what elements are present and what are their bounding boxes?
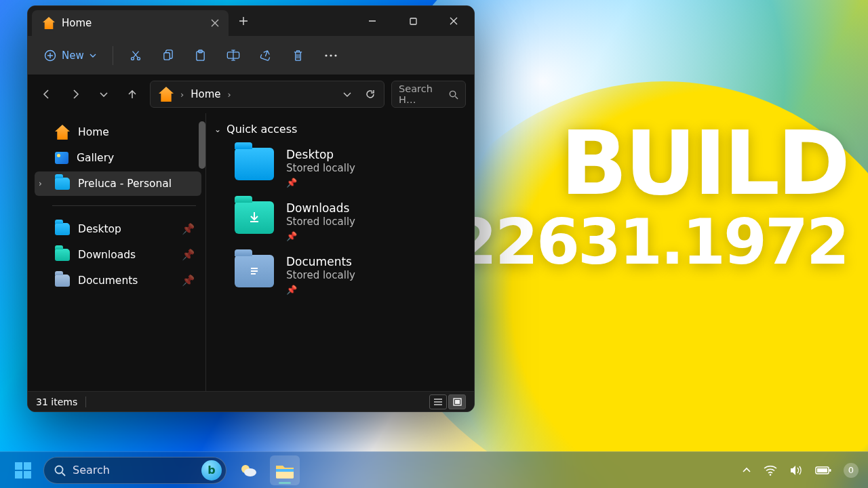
home-icon	[159, 87, 174, 102]
svg-point-9	[330, 54, 332, 56]
item-desktop[interactable]: Desktop Stored locally 📌	[206, 141, 470, 195]
address-bar-row: › Home › Search H…	[28, 75, 474, 113]
large-icons-view-button[interactable]	[448, 394, 466, 409]
svg-rect-0	[410, 18, 416, 24]
item-subtitle: Stored locally	[286, 216, 355, 228]
folder-icon	[55, 249, 70, 261]
share-button[interactable]	[252, 43, 280, 68]
taskbar-search-label: Search	[73, 464, 110, 476]
taskbar-weather[interactable]	[233, 455, 263, 485]
wifi-icon[interactable]	[764, 465, 777, 476]
pin-icon: 📌	[286, 285, 355, 295]
item-documents[interactable]: Documents Stored locally 📌	[206, 248, 470, 302]
recent-locations-button[interactable]	[93, 83, 115, 105]
expand-icon[interactable]: ›	[39, 179, 42, 188]
group-header-quick-access[interactable]: ⌄ Quick access	[206, 120, 470, 141]
sidebar-item-desktop[interactable]: Desktop 📌	[35, 217, 201, 241]
back-button[interactable]	[36, 83, 58, 105]
svg-point-10	[334, 54, 336, 56]
titlebar: Home	[28, 6, 474, 36]
more-button[interactable]	[317, 43, 345, 68]
svg-point-16	[244, 468, 256, 476]
pin-icon: 📌	[286, 178, 355, 188]
refresh-button[interactable]	[365, 89, 376, 100]
svg-point-8	[325, 54, 327, 56]
pin-icon: 📌	[182, 249, 195, 261]
window-close-button[interactable]	[433, 6, 474, 36]
folder-icon	[235, 201, 274, 234]
maximize-button[interactable]	[393, 6, 433, 36]
breadcrumb-separator: ›	[180, 89, 184, 100]
start-button[interactable]	[9, 457, 37, 484]
pin-icon: 📌	[182, 274, 195, 287]
copy-icon	[162, 49, 174, 61]
navigation-pane: Home Gallery › Preluca - Personal Deskto…	[28, 113, 205, 391]
new-tab-button[interactable]	[229, 6, 258, 36]
sidebar-item-downloads[interactable]: Downloads 📌	[35, 243, 201, 267]
overlay-line2: 22631.1972	[454, 206, 848, 279]
scissors-icon	[130, 49, 142, 62]
share-icon	[260, 49, 272, 61]
system-tray: 0	[742, 463, 859, 478]
tab-close-button[interactable]	[211, 19, 219, 27]
bing-icon: b	[201, 460, 222, 481]
battery-icon[interactable]	[815, 466, 831, 475]
weather-icon	[239, 462, 258, 479]
details-view-button[interactable]	[429, 394, 447, 409]
status-separator	[85, 396, 86, 407]
sidebar-item-label: Preluca - Personal	[78, 178, 172, 190]
taskbar-search[interactable]: Search b	[43, 457, 226, 484]
cut-button[interactable]	[121, 43, 150, 68]
folder-icon	[55, 223, 70, 235]
breadcrumb-location[interactable]: Home	[191, 88, 220, 100]
new-button[interactable]: New	[36, 45, 104, 66]
breadcrumb-separator: ›	[228, 89, 231, 100]
rename-button[interactable]	[219, 43, 248, 68]
copy-button[interactable]	[154, 43, 182, 68]
delete-button[interactable]	[284, 43, 313, 68]
svg-rect-17	[276, 469, 294, 472]
overlay-build-label: BUILD 22631.1972	[454, 122, 848, 279]
address-bar[interactable]: › Home ›	[150, 81, 384, 108]
sidebar-item-personal[interactable]: › Preluca - Personal	[35, 171, 201, 196]
taskbar-file-explorer[interactable]	[270, 455, 300, 485]
svg-rect-21	[829, 469, 831, 472]
minimize-button[interactable]	[352, 6, 393, 36]
svg-point-14	[56, 466, 63, 473]
gallery-icon	[55, 152, 68, 164]
volume-icon[interactable]	[789, 465, 803, 476]
home-icon	[55, 125, 70, 140]
item-name: Desktop	[286, 148, 355, 162]
svg-rect-20	[817, 468, 827, 472]
sidebar-item-home[interactable]: Home	[35, 120, 201, 144]
item-name: Documents	[286, 255, 355, 269]
tab-home[interactable]: Home	[32, 10, 229, 36]
plus-circle-icon	[44, 49, 56, 62]
forward-button[interactable]	[64, 83, 86, 105]
ellipsis-icon	[324, 54, 338, 58]
windows-logo-icon	[15, 462, 31, 479]
svg-point-2	[131, 57, 134, 60]
sidebar-item-documents[interactable]: Documents 📌	[35, 268, 201, 293]
search-icon	[448, 89, 458, 100]
item-downloads[interactable]: Downloads Stored locally 📌	[206, 195, 470, 248]
toolbar-separator	[113, 46, 113, 65]
tab-title: Home	[62, 17, 92, 29]
address-dropdown-button[interactable]	[343, 90, 351, 98]
up-button[interactable]	[121, 83, 143, 105]
status-bar: 31 items	[28, 391, 474, 411]
clipboard-icon	[195, 49, 206, 62]
chevron-down-icon: ⌄	[214, 125, 221, 134]
item-name: Downloads	[286, 201, 355, 216]
trash-icon	[292, 49, 304, 62]
svg-rect-13	[455, 400, 460, 404]
notification-count-badge[interactable]: 0	[844, 463, 859, 478]
pin-icon: 📌	[182, 223, 195, 235]
search-box[interactable]: Search H…	[391, 81, 466, 108]
sidebar-item-label: Documents	[78, 274, 138, 287]
search-placeholder: Search H…	[399, 83, 444, 105]
document-glyph-icon	[235, 255, 274, 287]
tray-overflow-button[interactable]	[742, 466, 751, 475]
sidebar-item-gallery[interactable]: Gallery	[35, 146, 201, 170]
paste-button[interactable]	[186, 43, 215, 68]
